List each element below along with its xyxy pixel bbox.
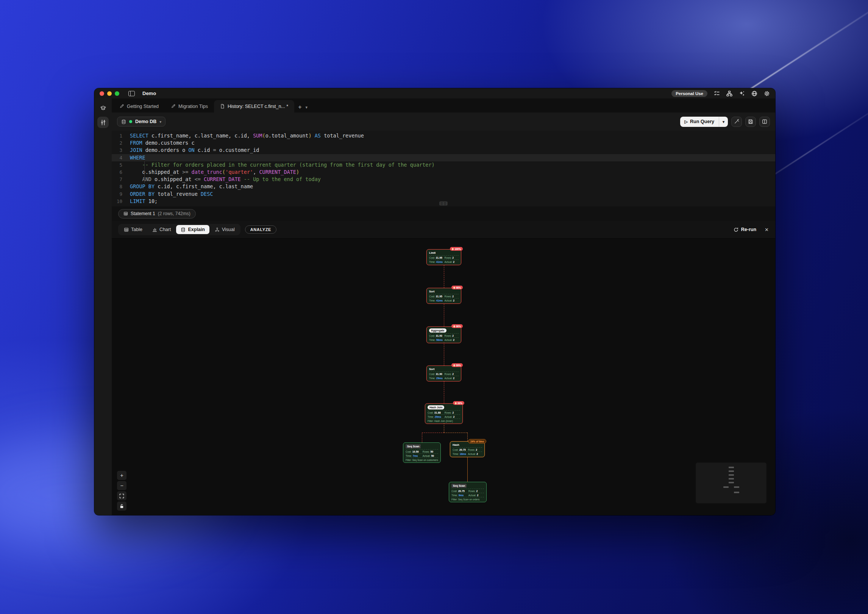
zoom-out-button[interactable]: − bbox=[117, 481, 126, 490]
zoom-window-button[interactable] bbox=[115, 91, 119, 96]
result-tab-visual[interactable]: Visual bbox=[210, 225, 239, 234]
open-padlock-icon bbox=[119, 504, 124, 509]
learn-graduation-cap-icon[interactable] bbox=[97, 102, 109, 114]
play-icon: ▷ bbox=[685, 119, 688, 124]
file-icon bbox=[220, 104, 225, 109]
table-icon bbox=[123, 211, 128, 216]
magic-wand-icon bbox=[734, 119, 739, 124]
desktop-wallpaper: Demo Personal Use bbox=[0, 0, 868, 614]
plan-node-sort1[interactable]: 98%Sort Cost: 31.95Rows: 2 Time: 41msAct… bbox=[426, 288, 461, 304]
plan-node-timing: Time: 41msActual: 2 bbox=[429, 259, 459, 264]
plan-node-title: Aggregate bbox=[429, 328, 446, 333]
plan-edge-hashjoin-seqscan1 bbox=[422, 433, 422, 442]
gear-icon[interactable] bbox=[764, 91, 770, 97]
sql-editor[interactable]: 1SELECT c.first_name, c.last_name, c.id,… bbox=[112, 131, 775, 206]
plan-edge-hashjoin-hash bbox=[444, 433, 467, 433]
result-tab-explain[interactable]: Explain bbox=[176, 225, 209, 234]
plan-node-stats: Cost: 10.50Rows: 50 bbox=[406, 449, 438, 453]
plan-node-filter: Filter: Seq Scan on customers bbox=[406, 458, 438, 461]
line-number: 1 bbox=[112, 132, 130, 139]
close-window-button[interactable] bbox=[100, 91, 104, 96]
line-number: 2 bbox=[112, 139, 130, 147]
result-tab-label: Visual bbox=[222, 227, 235, 232]
line-number: 5 bbox=[112, 161, 130, 169]
plan-node-timing: Time: 7msActual: 50 bbox=[406, 453, 438, 458]
save-button[interactable] bbox=[745, 117, 756, 127]
code-text: JOIN demo.orders o ON c.id = o.customer_… bbox=[130, 147, 259, 154]
results-toolbar: TableChartExplainVisual ANALYZE Re-run ✕ bbox=[112, 221, 775, 239]
editor-resize-grip[interactable]: ⋮⋮⋮ bbox=[439, 201, 448, 206]
run-query-button[interactable]: ▷Run Query ▾ bbox=[680, 117, 728, 127]
canvas-minimap[interactable] bbox=[696, 463, 766, 503]
cost-badge: 99% bbox=[451, 363, 463, 367]
plan-node-seqscan1[interactable]: Seq Scan Cost: 10.50Rows: 50 Time: 7msAc… bbox=[403, 442, 441, 463]
tab-label: Migration Tips bbox=[178, 104, 208, 109]
db-icon bbox=[181, 227, 186, 232]
plan-node-timing: Time: 18msActual: 2 bbox=[453, 452, 482, 456]
floppy-disk-icon bbox=[748, 119, 753, 124]
editor-tab-3[interactable]: History: SELECT c.first_n... * bbox=[214, 100, 294, 112]
close-results-icon[interactable]: ✕ bbox=[765, 227, 769, 233]
plan-node-hashjoin[interactable]: 99%Hash Join Cost: 31.88Rows: 2 Time: 29… bbox=[425, 403, 463, 424]
editor-tab-1[interactable]: Getting Started bbox=[113, 100, 165, 112]
schema-diagram-icon[interactable] bbox=[726, 91, 732, 97]
flame-icon bbox=[451, 247, 454, 250]
minimap-node bbox=[734, 486, 739, 488]
statement-label: Statement 1 bbox=[131, 211, 155, 216]
tab-list-chevron-icon[interactable]: ▾ bbox=[305, 105, 308, 110]
plan-node-hash[interactable]: 24% of timeHash Cost: 20.75Rows: 2 Time:… bbox=[450, 441, 485, 457]
result-tab-chart[interactable]: Chart bbox=[148, 225, 176, 234]
plan-edge-sort1-aggregate bbox=[444, 304, 444, 327]
statement-tab[interactable]: Statement 1 (2 rows, 742ms) bbox=[118, 209, 196, 219]
rerun-button[interactable]: Re-run bbox=[734, 227, 756, 232]
line-number: 7 bbox=[112, 176, 130, 183]
analyze-toggle[interactable]: ANALYZE bbox=[245, 225, 276, 234]
run-query-dropdown[interactable]: ▾ bbox=[719, 117, 728, 127]
chevron-down-icon: ▾ bbox=[159, 120, 161, 124]
plan-node-title: Limit bbox=[429, 251, 436, 255]
sparkles-icon[interactable] bbox=[739, 91, 745, 97]
code-text: LIMIT 10; bbox=[130, 198, 158, 205]
table-icon bbox=[124, 227, 129, 232]
code-line-1: 1SELECT c.first_name, c.last_name, c.id,… bbox=[112, 132, 775, 139]
explain-plan-canvas[interactable]: + − 100%Limit Cost: 31.95Rows: 2 Time: 4… bbox=[112, 239, 775, 515]
lock-button[interactable] bbox=[117, 502, 126, 511]
result-tab-table[interactable]: Table bbox=[119, 225, 147, 234]
minimap-node bbox=[729, 482, 734, 483]
connection-bar: Demo DB ▾ ▷Run Query ▾ bbox=[112, 112, 775, 131]
minimize-window-button[interactable] bbox=[107, 91, 112, 96]
globe-icon[interactable] bbox=[751, 91, 757, 97]
split-layout-button[interactable] bbox=[759, 117, 770, 127]
database-icon bbox=[121, 119, 126, 124]
fit-view-button[interactable] bbox=[117, 491, 126, 500]
plan-node-limit[interactable]: 100%Limit Cost: 31.95Rows: 2 Time: 41msA… bbox=[426, 249, 461, 265]
title-bar: Demo Personal Use bbox=[94, 88, 775, 98]
minimap-node bbox=[729, 474, 734, 476]
sidebar-toggle-icon[interactable] bbox=[128, 91, 135, 96]
code-line-6: 6 o.shipped_at >= date_trunc('quarter', … bbox=[112, 169, 775, 176]
connection-selector[interactable]: Demo DB ▾ bbox=[117, 117, 165, 127]
code-text: WHERE bbox=[130, 154, 145, 161]
tab-label: Getting Started bbox=[127, 104, 159, 109]
plan-node-seqscan2[interactable]: Seq Scan Cost: 20.75Rows: 2 Time: 9msAct… bbox=[449, 482, 487, 502]
plan-node-aggregate[interactable]: 96%Aggregate Cost: 31.93Rows: 2 Time: 56… bbox=[426, 327, 461, 343]
zoom-in-button[interactable]: + bbox=[117, 471, 126, 480]
editor-tab-2[interactable]: Migration Tips bbox=[165, 100, 214, 112]
graph-icon bbox=[215, 227, 220, 232]
minimap-node bbox=[729, 467, 734, 468]
format-wand-button[interactable] bbox=[731, 117, 742, 127]
line-number: 3 bbox=[112, 147, 130, 154]
connection-status-dot bbox=[129, 120, 132, 123]
cost-badge: 99% bbox=[453, 401, 464, 405]
plan-node-timing: Time: 56msActual: 2 bbox=[429, 337, 459, 342]
checklist-icon[interactable] bbox=[714, 91, 720, 97]
code-text: o.shipped_at >= date_trunc('quarter', CU… bbox=[130, 169, 299, 176]
cost-badge: 24% of time bbox=[468, 439, 486, 444]
plan-node-timing: Time: 9msActual: 2 bbox=[451, 493, 484, 497]
cost-badge: 100% bbox=[450, 247, 463, 251]
plan-node-filter: Filter: Hash Join (Inner) bbox=[428, 419, 460, 422]
refresh-icon bbox=[734, 227, 738, 232]
plan-node-sort2[interactable]: 99%Sort Cost: 31.90Rows: 2 Time: 29msAct… bbox=[426, 366, 461, 381]
new-tab-icon[interactable]: + bbox=[298, 104, 301, 110]
query-settings-sliders-icon[interactable] bbox=[97, 117, 109, 128]
